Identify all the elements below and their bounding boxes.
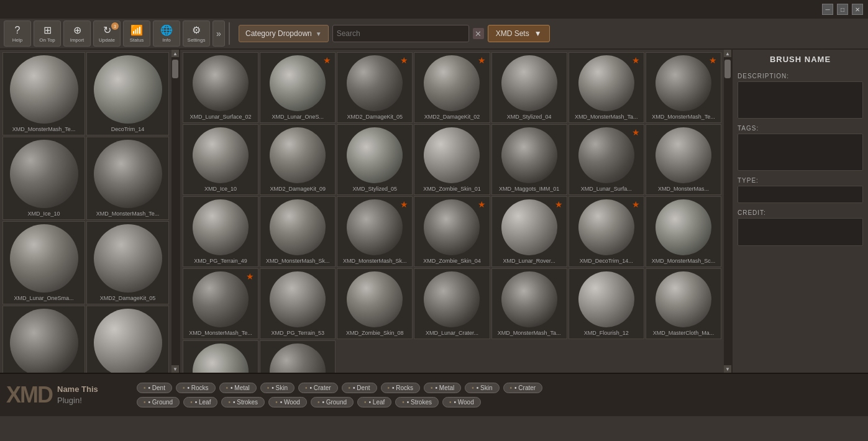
- tag-pill[interactable]: • Crater: [298, 383, 338, 393]
- main-scroll-up[interactable]: ▲: [724, 50, 731, 57]
- tag-pill[interactable]: • Leaf: [183, 397, 217, 407]
- main-brush-item[interactable]: ★XMD2_DamageKit_02: [414, 52, 490, 123]
- main-brush-item[interactable]: ★XMD_Lunar_OneS...: [260, 52, 336, 123]
- main-brush-item[interactable]: XMD_Stylized_04: [491, 52, 567, 123]
- main-brush-item[interactable]: ★XMD_Lunar_Surfa...: [569, 124, 644, 195]
- toolbar: ? Help ⊞ On Top ⊕ Import 3 ↻ Update 📶 St…: [0, 19, 868, 50]
- tag-pill[interactable]: • Metal: [424, 383, 461, 393]
- left-brush-item[interactable]: XMD_Ice_10: [2, 137, 85, 220]
- left-brush-item[interactable]: XMD2_DamageKit_05: [86, 221, 169, 304]
- ontop-button[interactable]: ⊞ On Top: [34, 20, 61, 47]
- main-brush-item[interactable]: XMD_MonsterMash_Ta...: [491, 268, 567, 339]
- main-scroll-rail[interactable]: ▲ ▼: [724, 50, 731, 373]
- tag-pill[interactable]: • Crater: [503, 383, 543, 393]
- minimize-button[interactable]: ─: [822, 4, 833, 15]
- main-scroll-thumb[interactable]: [724, 60, 731, 78]
- main-brush-item[interactable]: XMD_MonsterMash_Sk...: [260, 196, 336, 267]
- main-brush-item[interactable]: XMD_Lunar_Surface_02: [183, 52, 258, 123]
- main-brush-item[interactable]: XMD_HardSurface_Ed...: [183, 340, 258, 373]
- category-dropdown-button[interactable]: Category Dropdown ▼: [239, 25, 329, 42]
- main-brush-item[interactable]: ★XMD_DecoTrim_14...: [569, 196, 644, 267]
- tag-pill[interactable]: • Dent: [137, 383, 172, 393]
- brush-name: XMD2_DamageKit_09: [270, 186, 326, 192]
- tag-pill[interactable]: • Ground: [137, 397, 180, 407]
- update-button[interactable]: 3 ↻ Update: [93, 20, 121, 47]
- tag-pill[interactable]: • Wood: [442, 397, 481, 407]
- brush-thumbnail: [501, 271, 557, 327]
- brush-thumbnail: [347, 199, 403, 255]
- tag-pill[interactable]: • Rocks: [381, 383, 421, 393]
- main-brush-item[interactable]: XMD_Zombie_Skin_01: [414, 124, 490, 195]
- tag-pill[interactable]: • Wood: [268, 397, 307, 407]
- xmdsets-button[interactable]: XMD Sets ▼: [488, 25, 550, 42]
- tag-pill[interactable]: • Leaf: [357, 397, 391, 407]
- left-brush-item[interactable]: XMD_MonsterMash_S...: [2, 306, 85, 373]
- left-brush-item[interactable]: XMD_MonsterMash_Te...: [2, 52, 85, 135]
- star-badge: ★: [478, 199, 486, 209]
- tag-pill[interactable]: • Skin: [465, 383, 499, 393]
- tag-pill[interactable]: • Dent: [342, 383, 377, 393]
- main-brush-item[interactable]: XMD_Maggots_IMM_01: [491, 124, 567, 195]
- info-button[interactable]: 🌐 Info: [153, 20, 180, 47]
- bottom-bar: XMD Name This Plugin! • Dent• Rocks• Met…: [0, 373, 868, 416]
- help-icon: ?: [15, 25, 21, 36]
- brush-thumbnail: [578, 199, 634, 255]
- main-brush-item[interactable]: ★XMD_MonsterMash_Ta...: [569, 52, 644, 123]
- main-brush-item[interactable]: ★XMD_Zombie_Skin_04: [414, 196, 490, 267]
- import-button[interactable]: ⊕ Import: [63, 20, 91, 47]
- status-button[interactable]: 📶 Status: [123, 20, 150, 47]
- brush-name: XMD_MonsterMash_Te...: [652, 114, 715, 120]
- category-arrow-icon: ▼: [316, 30, 322, 37]
- help-button[interactable]: ? Help: [4, 20, 31, 47]
- brush-name: XMD_MonsterMash_Sc...: [652, 258, 716, 264]
- settings-button[interactable]: ⚙ Settings: [183, 20, 210, 47]
- main-brush-item[interactable]: XMD_Flourish_12: [569, 268, 644, 339]
- left-brush-item[interactable]: DecoTrim_14: [86, 52, 169, 135]
- brush-thumbnail: [501, 127, 557, 183]
- update-label: Update: [99, 37, 115, 43]
- left-brush-item[interactable]: XMD_MonsterMash_Te...: [86, 137, 169, 220]
- main-brush-item[interactable]: XMD_MasterCloth_Ma...: [646, 268, 721, 339]
- brush-thumbnail: [193, 127, 249, 183]
- brush-thumbnail: [424, 55, 480, 111]
- brush-name: XMD_PG_Terrain_53: [271, 330, 324, 336]
- more-button[interactable]: »: [212, 20, 225, 47]
- main-brush-item[interactable]: XMD_Stylized_05: [337, 124, 413, 195]
- search-input[interactable]: [337, 29, 465, 38]
- scroll-thumb[interactable]: [172, 60, 178, 78]
- tag-pill[interactable]: • Strokes: [395, 397, 439, 407]
- main-brush-item[interactable]: XMD_PG_Terrain_53: [260, 268, 336, 339]
- tag-pill[interactable]: • Ground: [311, 397, 354, 407]
- main-brush-item[interactable]: XMD_MonsterMash_Sc...: [646, 196, 721, 267]
- main-brush-item[interactable]: XMD2_DamageKit_09: [260, 124, 336, 195]
- scroll-up-arrow[interactable]: ▲: [171, 50, 179, 57]
- main-brush-item[interactable]: XMD_PG_Terrain_52: [260, 340, 336, 373]
- main-brush-item[interactable]: ★XMD_Lunar_Rover...: [491, 196, 567, 267]
- main-brush-item[interactable]: XMD_MonsterMas...: [646, 124, 721, 195]
- main-brush-item[interactable]: ★XMD_MonsterMash_Te...: [646, 52, 721, 123]
- main-brush-item[interactable]: ★XMD_MonsterMash_Te...: [183, 268, 258, 339]
- status-label: Status: [130, 37, 144, 43]
- tag-pill[interactable]: • Rocks: [176, 383, 216, 393]
- left-brush-item[interactable]: XMD_MonsterMash_T...: [86, 306, 169, 373]
- main-brush-item[interactable]: XMD_Zombie_Skin_08: [337, 268, 413, 339]
- brush-name: XMD2_DamageKit_02: [424, 114, 480, 120]
- main-brush-item[interactable]: ★XMD2_DamageKit_05: [337, 52, 413, 123]
- scroll-down-arrow[interactable]: ▼: [171, 365, 179, 373]
- brush-thumbnail: [94, 224, 162, 293]
- close-button[interactable]: ✕: [852, 4, 863, 15]
- main-brush-item[interactable]: XMD_PG_Terrain_49: [183, 196, 258, 267]
- main-brush-item[interactable]: XMD_Lunar_Crater...: [414, 268, 490, 339]
- main-brush-item[interactable]: ★XMD_MonsterMash_Sk...: [337, 196, 413, 267]
- tag-pill[interactable]: • Skin: [260, 383, 295, 393]
- search-clear-button[interactable]: ✕: [473, 28, 484, 39]
- tag-pill[interactable]: • Strokes: [221, 397, 265, 407]
- main-brush-item[interactable]: XMD_Ice_10: [183, 124, 258, 195]
- left-scroll-rail[interactable]: ▲ ▼: [171, 50, 179, 373]
- left-panel: ▲ ▼ XMD_MonsterMash_Te...DecoTrim_14XMD_…: [0, 50, 180, 373]
- brush-name: XMD2_DamageKit_05: [100, 295, 156, 301]
- main-scroll-down[interactable]: ▼: [724, 365, 731, 373]
- left-brush-item[interactable]: XMD_Lunar_OneSma...: [2, 221, 85, 304]
- maximize-button[interactable]: □: [837, 4, 848, 15]
- tag-pill[interactable]: • Metal: [219, 383, 257, 393]
